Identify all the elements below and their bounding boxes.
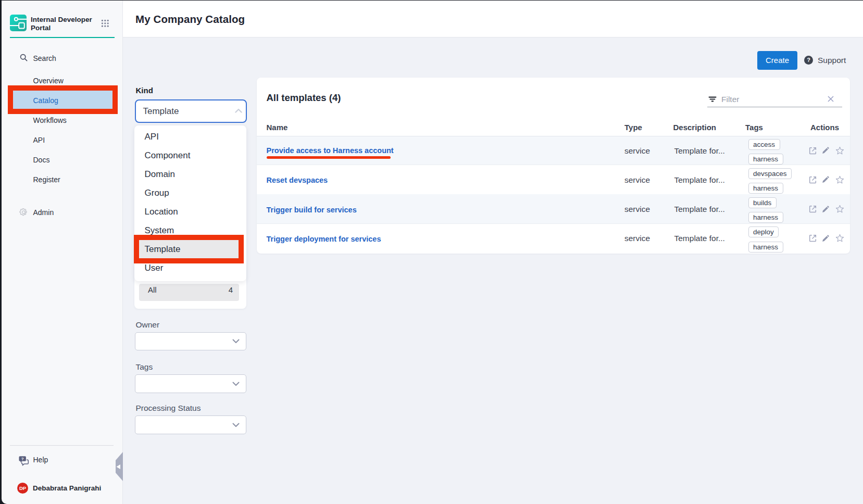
svg-text:?: ? <box>21 457 24 461</box>
